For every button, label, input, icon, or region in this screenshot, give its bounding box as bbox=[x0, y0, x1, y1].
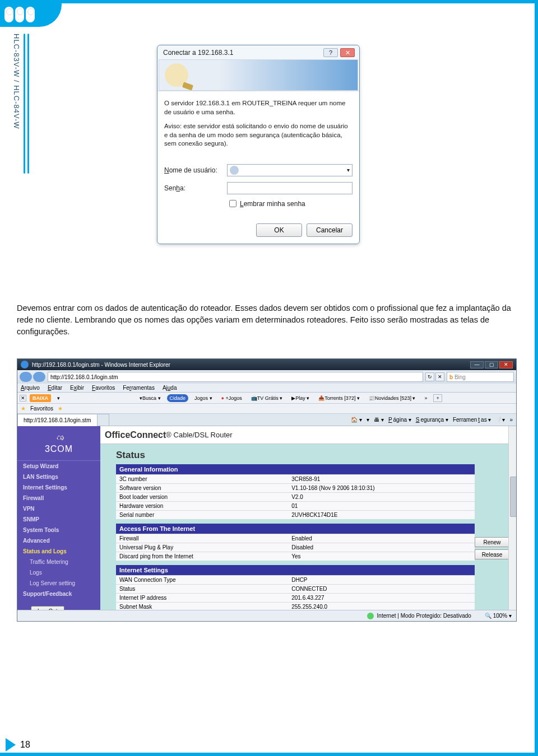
pagina-menu[interactable]: Página ▾ bbox=[388, 417, 411, 423]
table-key: Status bbox=[116, 585, 288, 594]
help-menu[interactable]: ❔▾ bbox=[495, 417, 505, 423]
username-label: Nome de usuário: bbox=[164, 166, 227, 174]
table-value: Yes bbox=[288, 552, 475, 561]
toolbar-extras: ✕ BAIXA ▾ ▾ Busca ▾ Cidade Jogos ▾ ● +Jo… bbox=[17, 393, 516, 404]
section-header: Internet Settings bbox=[116, 565, 475, 576]
toolbar-play[interactable]: ▶ Play ▾ bbox=[289, 394, 312, 402]
menu-arquivo[interactable]: Arquivo bbox=[21, 385, 40, 391]
product-corner-icon bbox=[4, 4, 38, 25]
auth-server-message: O servidor 192.168.3.1 em ROUTER_TREINA … bbox=[164, 99, 353, 116]
release-button[interactable]: Release bbox=[475, 549, 509, 559]
nav-item[interactable]: VPN bbox=[17, 503, 100, 514]
table-key: WAN Connection Type bbox=[116, 576, 288, 585]
auth-title: Conectar a 192.168.3.1 bbox=[163, 49, 233, 57]
browser-window: http://192.168.0.1/login.stm - Windows I… bbox=[17, 358, 517, 622]
search-box[interactable]: b Bing bbox=[447, 372, 514, 382]
favorites-label[interactable]: Favoritos bbox=[30, 405, 53, 412]
nav-subitem[interactable]: Logs bbox=[17, 567, 100, 578]
table-key: Universal Plug & Play bbox=[116, 543, 288, 552]
menu-bar: Arquivo Editar Exibir Favoritos Ferramen… bbox=[17, 384, 516, 393]
table-key: Internet IP address bbox=[116, 594, 288, 603]
close-button[interactable]: ✕ bbox=[340, 48, 355, 57]
menu-ajuda[interactable]: Ajuda bbox=[163, 385, 177, 391]
page-number: 18 bbox=[20, 740, 30, 750]
renew-button[interactable]: Renew bbox=[475, 537, 509, 547]
menu-editar[interactable]: Editar bbox=[48, 385, 62, 391]
remember-label: Lembrar minha senha bbox=[240, 200, 305, 208]
nav-item[interactable]: LAN Settings bbox=[17, 472, 100, 482]
minimize-button[interactable]: — bbox=[470, 361, 484, 368]
ferramentas-menu[interactable]: Ferramentas ▾ bbox=[453, 417, 491, 423]
toolbar-torrents[interactable]: 📥 Torrents [372] ▾ bbox=[316, 394, 363, 402]
status-zone: Internet | Modo Protegido: Desativado bbox=[377, 613, 471, 619]
help-button[interactable]: ? bbox=[323, 48, 338, 57]
seguranca-menu[interactable]: Segurança ▾ bbox=[416, 417, 448, 423]
auth-warning-message: Aviso: este servidor está solicitando o … bbox=[164, 122, 353, 148]
address-bar[interactable]: http://192.168.0.1/login.stm bbox=[48, 372, 423, 382]
nav-item[interactable]: Support/Feedback bbox=[17, 589, 100, 599]
toolbar-busca[interactable]: ▾ Busca ▾ bbox=[137, 394, 164, 402]
more-icon[interactable]: » bbox=[509, 417, 513, 423]
stop-button[interactable]: ✕ bbox=[435, 372, 444, 381]
user-icon bbox=[230, 166, 239, 175]
nav-item[interactable]: System Tools bbox=[17, 525, 100, 535]
toolbar-more[interactable]: » bbox=[421, 394, 430, 402]
home-button[interactable]: 🏠 ▾ bbox=[351, 417, 362, 423]
table-key: 3C number bbox=[116, 475, 288, 484]
password-input[interactable] bbox=[227, 182, 353, 194]
username-input[interactable]: ▾ bbox=[227, 164, 353, 176]
nav-subitem[interactable]: Log Server setting bbox=[17, 578, 100, 589]
toolbar-tv[interactable]: 📺 TV Grátis ▾ bbox=[248, 394, 286, 402]
forward-button[interactable] bbox=[33, 372, 45, 382]
table-key: Firewall bbox=[116, 534, 288, 543]
table-key: Hardware version bbox=[116, 502, 288, 511]
feed-button[interactable]: ▾ bbox=[367, 417, 369, 423]
chevron-down-icon[interactable]: ▾ bbox=[347, 167, 350, 173]
new-tab-button[interactable] bbox=[97, 414, 109, 426]
menu-ferramentas[interactable]: Ferramentas bbox=[123, 385, 155, 391]
zoom-control[interactable]: 🔍 100% ▾ bbox=[485, 613, 512, 619]
table-key: Serial number bbox=[116, 511, 288, 520]
router-logo: ꩠ 3COM bbox=[17, 426, 100, 461]
cancel-button[interactable]: Cancelar bbox=[307, 223, 353, 237]
nav-item[interactable]: Firewall bbox=[17, 493, 100, 503]
nav-subitem[interactable]: Traffic Metering bbox=[17, 557, 100, 567]
section-header: Access From The Internet bbox=[116, 524, 475, 534]
table-key: Software version bbox=[116, 484, 288, 493]
favorites-add-icon[interactable]: ★ bbox=[58, 405, 63, 412]
password-label: Senha: bbox=[164, 184, 227, 192]
toolbar-jogos[interactable]: Jogos ▾ bbox=[192, 394, 215, 402]
menu-favoritos[interactable]: Favoritos bbox=[92, 385, 115, 391]
table-value: Disabled bbox=[288, 543, 475, 552]
remember-checkbox[interactable] bbox=[229, 200, 236, 207]
toolbar-cidade[interactable]: Cidade bbox=[167, 394, 189, 402]
nav-item[interactable]: SNMP bbox=[17, 514, 100, 525]
close-button[interactable]: ✕ bbox=[499, 361, 513, 368]
router-sidebar: ꩠ 3COM Setup WizardLAN SettingsInternet … bbox=[17, 426, 100, 611]
ok-button[interactable]: OK bbox=[256, 223, 302, 237]
auth-dialog: Conectar a 192.168.3.1 ? ✕ O servidor 19… bbox=[157, 45, 360, 244]
browser-tab[interactable]: http://192.168.0.1/login.stm bbox=[17, 414, 98, 426]
scrollbar[interactable] bbox=[508, 426, 516, 611]
favorites-star-icon[interactable]: ★ bbox=[21, 405, 26, 412]
table-value: V1.10-168 (Nov 9 2006 18:10:31) bbox=[288, 484, 475, 493]
maximize-button[interactable]: ▢ bbox=[485, 361, 498, 368]
nav-item[interactable]: Setup Wizard bbox=[17, 461, 100, 472]
table-value: V2.0 bbox=[288, 493, 475, 502]
spine-label: HLC-83V-W / HLC-84V-W bbox=[12, 34, 21, 129]
nav-item-active[interactable]: Status and Logs bbox=[17, 546, 100, 557]
toolbar-maisjogos[interactable]: ● +Jogos bbox=[219, 394, 245, 402]
table-value: 201.6.43.227 bbox=[288, 594, 475, 603]
toolbar-close-icon[interactable]: ✕ bbox=[20, 395, 26, 402]
table-value: 2UVH8CK174D1E bbox=[288, 511, 475, 520]
print-button[interactable]: 🖶 ▾ bbox=[374, 417, 384, 423]
toolbar-novidades[interactable]: 📰 Novidades [523] ▾ bbox=[366, 394, 419, 402]
back-button[interactable] bbox=[20, 372, 32, 382]
table-value: CONNECTED bbox=[288, 585, 475, 594]
nav-item[interactable]: Internet Settings bbox=[17, 482, 100, 493]
nav-item[interactable]: Advanced bbox=[17, 535, 100, 546]
menu-exibir[interactable]: Exibir bbox=[70, 385, 84, 391]
status-bar: Internet | Modo Protegido: Desativado 🔍 … bbox=[17, 610, 516, 621]
table-value: 01 bbox=[288, 502, 475, 511]
refresh-button[interactable]: ↻ bbox=[425, 372, 434, 381]
